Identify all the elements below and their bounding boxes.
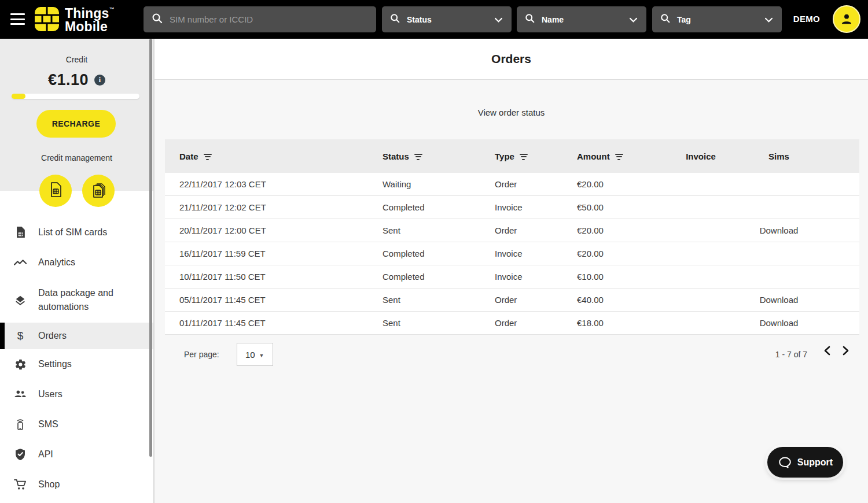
previous-page-button[interactable] <box>822 345 832 358</box>
filter-icon[interactable] <box>615 153 623 160</box>
support-button[interactable]: Support <box>767 447 843 478</box>
cell-sims-download[interactable]: Download <box>736 225 822 235</box>
column-header-amount: Amount <box>577 151 665 161</box>
cell-type: Order <box>495 295 577 305</box>
cart-icon <box>14 478 27 491</box>
multi-sim-recharge-button[interactable] <box>82 175 115 207</box>
table-row: 16/11/2017 11:59 CET Completed Invoice €… <box>165 242 859 265</box>
filter-icon[interactable] <box>414 153 422 160</box>
search-icon <box>525 13 535 25</box>
cell-date: 21/11/2017 12:02 CET <box>165 202 382 212</box>
cell-date: 22/11/2017 12:03 CET <box>165 179 382 189</box>
info-icon[interactable]: i <box>94 75 105 86</box>
support-label: Support <box>797 457 833 468</box>
shield-check-icon <box>14 448 27 461</box>
pagination-range: 1 - 7 of 7 <box>775 350 807 359</box>
cell-status: Completed <box>382 249 495 258</box>
sim-chip-logo-icon <box>34 6 60 35</box>
cell-amount: €50.00 <box>577 202 665 212</box>
sidebar-item-label: Data package and automations <box>38 286 131 314</box>
next-page-button[interactable] <box>841 345 851 358</box>
status-filter-dropdown[interactable]: Status <box>382 6 512 32</box>
name-filter-label: Name <box>542 15 564 24</box>
table-row: 21/11/2017 12:02 CET Completed Invoice €… <box>165 196 859 219</box>
sidebar-item-settings[interactable]: Settings <box>0 349 153 379</box>
chevron-down-icon <box>765 14 773 25</box>
status-filter-label: Status <box>407 15 432 24</box>
cell-sims-download[interactable]: Download <box>736 295 822 305</box>
gear-icon <box>14 358 27 371</box>
sim-cards-stack-icon <box>89 180 108 201</box>
cell-amount: €40.00 <box>577 295 665 305</box>
sidebar-menu: List of SIM cards Analytics Data package… <box>0 217 153 500</box>
cell-type: Order <box>495 318 577 328</box>
filter-icon[interactable] <box>204 153 212 160</box>
credit-title: Credit <box>0 39 153 64</box>
user-avatar[interactable] <box>833 5 860 33</box>
hamburger-menu-icon[interactable] <box>10 13 25 25</box>
cell-date: 01/11/2017 11:45 CET <box>165 318 382 328</box>
cell-type: Invoice <box>495 272 577 282</box>
cell-amount: €10.00 <box>577 272 665 282</box>
credit-panel: Credit €1.10 i RECHARGE Credit managemen… <box>0 39 153 191</box>
sidebar-scrollbar[interactable] <box>149 39 152 457</box>
sidebar-item-label: API <box>38 447 53 461</box>
sidebar-item-sms[interactable]: SMS <box>0 409 153 439</box>
cell-type: Invoice <box>495 249 577 258</box>
credit-progress-fill <box>12 94 25 99</box>
credit-progress-bar <box>12 94 139 99</box>
sms-phone-icon <box>14 418 27 431</box>
column-header-sims: Sims <box>736 151 822 161</box>
cell-amount: €20.00 <box>577 179 665 189</box>
page-subtitle: View order status <box>155 108 868 117</box>
single-sim-recharge-button[interactable] <box>39 175 72 207</box>
page-title: Orders <box>491 52 531 66</box>
brand-name: Things™ Mobile <box>65 7 115 34</box>
sidebar-item-api[interactable]: API <box>0 439 153 469</box>
cell-status: Completed <box>382 272 495 282</box>
table-footer: Per page: 10 ▼ 1 - 7 of 7 <box>184 343 851 366</box>
search-input[interactable] <box>170 14 355 24</box>
cell-type: Order <box>495 179 577 189</box>
table-row: 22/11/2017 12:03 CET Waiting Order €20.0… <box>165 173 859 196</box>
sidebar-item-orders[interactable]: $ Orders <box>0 323 153 349</box>
main-content: Orders View order status Date Status Typ… <box>155 39 868 503</box>
dollar-icon: $ <box>14 330 27 342</box>
column-header-date: Date <box>165 151 382 161</box>
cell-date: 10/11/2017 11:50 CET <box>165 272 382 282</box>
brand-logo[interactable]: Things™ Mobile <box>34 6 115 35</box>
layers-icon <box>14 294 27 306</box>
orders-table: Date Status Type Amount Invoice Sims <box>165 139 859 366</box>
cell-status: Sent <box>382 295 495 305</box>
search-icon <box>390 13 400 25</box>
credit-amount: €1.10 <box>48 71 89 89</box>
chat-bubble-icon <box>778 456 792 469</box>
recharge-button[interactable]: RECHARGE <box>36 110 116 138</box>
cell-status: Completed <box>382 202 495 212</box>
name-filter-dropdown[interactable]: Name <box>517 6 646 32</box>
sidebar-item-users[interactable]: Users <box>0 379 153 409</box>
topbar: Things™ Mobile Status Name Tag <box>0 0 868 39</box>
cell-sims-download[interactable]: Download <box>736 318 822 328</box>
table-row: 10/11/2017 11:50 CET Completed Invoice €… <box>165 265 859 289</box>
sidebar-item-analytics[interactable]: Analytics <box>0 247 153 278</box>
sidebar-item-data-package-and-automations[interactable]: Data package and automations <box>0 278 153 323</box>
analytics-icon <box>14 256 27 269</box>
sidebar-item-list-of-sim-cards[interactable]: List of SIM cards <box>0 217 153 247</box>
tag-filter-dropdown[interactable]: Tag <box>652 6 782 32</box>
sidebar-item-label: SMS <box>38 417 58 431</box>
tag-filter-label: Tag <box>677 15 691 24</box>
sidebar-item-label: Settings <box>38 357 72 371</box>
sidebar-item-shop[interactable]: Shop <box>0 469 153 500</box>
sidebar-item-label: Users <box>38 387 62 401</box>
cell-amount: €20.00 <box>577 249 665 258</box>
sidebar-item-label: Shop <box>38 478 60 491</box>
credit-management-label: Credit management <box>0 153 153 162</box>
sim-search-field <box>144 6 376 32</box>
table-body: 22/11/2017 12:03 CET Waiting Order €20.0… <box>165 173 859 335</box>
per-page-select[interactable]: 10 ▼ <box>237 343 273 366</box>
search-icon <box>152 13 163 26</box>
table-row: 01/11/2017 11:45 CET Sent Order €18.00 D… <box>165 312 859 335</box>
filter-icon[interactable] <box>520 153 528 160</box>
sim-card-icon <box>47 181 64 201</box>
